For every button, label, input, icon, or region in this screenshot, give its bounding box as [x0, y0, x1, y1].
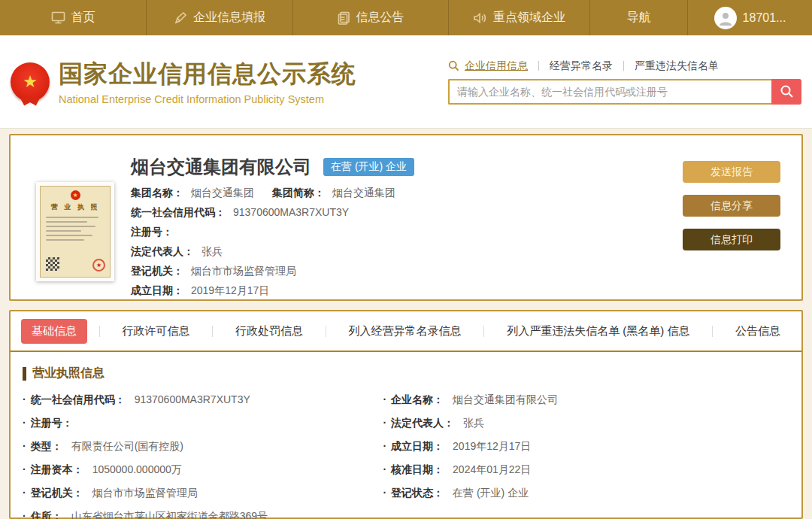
- nav-item-home[interactable]: 首页: [0, 0, 147, 35]
- tab-basic-info[interactable]: 基础信息: [21, 319, 87, 344]
- detail-field: 住所：山东省烟台市莱山区初家街道金都路369号: [23, 510, 383, 519]
- company-field-row: 法定代表人：张兵: [131, 245, 675, 259]
- divider: [326, 326, 326, 337]
- nav-user-account[interactable]: 18701...: [688, 0, 812, 35]
- company-field-row: 成立日期：2019年12月17日: [131, 284, 675, 298]
- document-icon: [338, 11, 350, 25]
- tab-administrative-license[interactable]: 行政许可信息: [112, 319, 201, 344]
- detail-right-column: 企业名称：烟台交通集团有限公司 法定代表人：张兵 成立日期：2019年12月17…: [383, 393, 789, 519]
- company-field-row: 注册号：: [131, 226, 675, 239]
- divider: [623, 61, 624, 71]
- speaker-icon: [473, 12, 487, 24]
- detail-field: 核准日期：2024年01月22日: [383, 463, 789, 477]
- search-link-illegal-list[interactable]: 严重违法失信名单: [635, 59, 719, 73]
- search-input[interactable]: [448, 79, 771, 105]
- user-avatar-icon: [714, 7, 737, 29]
- nav-item-label: 企业信息填报: [193, 10, 265, 26]
- search-link-credit-info[interactable]: 企业信用信息: [465, 59, 528, 73]
- tab-administrative-penalty[interactable]: 行政处罚信息: [225, 319, 314, 344]
- business-license-thumbnail[interactable]: ★ 营 业 执 照 ★: [36, 182, 116, 289]
- nav-item-navigation[interactable]: 导航: [590, 0, 688, 35]
- detail-field: 注册资本：1050000.000000万: [23, 463, 383, 477]
- divider: [538, 61, 539, 71]
- company-name: 烟台交通集团有限公司: [131, 155, 311, 179]
- action-buttons: 发送报告 信息分享 信息打印: [683, 161, 780, 289]
- nav-item-label: 信息公告: [356, 10, 404, 26]
- company-field-row: 登记机关：烟台市市场监督管理局: [131, 265, 675, 278]
- detail-field: 登记机关：烟台市市场监督管理局: [23, 487, 383, 500]
- monitor-icon: [51, 11, 65, 24]
- company-field-row: 集团名称：烟台交通集团 集团简称：烟台交通集团: [131, 187, 675, 200]
- send-report-button[interactable]: 发送报告: [683, 161, 780, 183]
- pen-icon: [174, 11, 187, 25]
- divider: [212, 326, 213, 337]
- search-button[interactable]: [771, 79, 801, 105]
- user-phone-label: 18701...: [743, 11, 786, 25]
- license-emblem-icon: ★: [71, 190, 80, 200]
- tab-serious-illegal-blacklist[interactable]: 列入严重违法失信名单 (黑名单) 信息: [496, 319, 700, 344]
- info-share-button[interactable]: 信息分享: [683, 195, 780, 217]
- divider: [483, 326, 484, 337]
- detail-field: 法定代表人：张兵: [383, 417, 789, 430]
- detail-field: 统一社会信用代码：91370600MA3R7XUT3Y: [23, 393, 383, 407]
- main-content: ★ 营 业 执 照 ★ 烟台交通集团有限公司 在营 (开业) 企业: [0, 134, 812, 519]
- company-field-row: 统一社会信用代码：91370600MA3R7XUT3Y: [131, 206, 675, 220]
- detail-field: 注册号：: [23, 417, 383, 430]
- license-qr-code: [46, 257, 59, 271]
- search-category-links: 企业信用信息 经营异常名录 严重违法失信名单: [448, 59, 801, 73]
- section-title: 营业执照信息: [32, 366, 105, 381]
- brand-logo-block: ★ 国家企业信用信息公示系统 National Enterprise Credi…: [11, 58, 356, 105]
- info-print-button[interactable]: 信息打印: [683, 229, 780, 250]
- nav-item-label: 重点领域企业: [493, 10, 565, 26]
- nav-item-label: 导航: [627, 10, 651, 26]
- detail-field: 类型：有限责任公司(国有控股): [23, 440, 383, 454]
- site-title-en: National Enterprise Credit Information P…: [59, 93, 356, 105]
- business-license-section: 营业执照信息 统一社会信用代码：91370600MA3R7XUT3Y 注册号： …: [11, 352, 801, 519]
- nav-item-label: 首页: [71, 10, 95, 26]
- company-summary-card: ★ 营 业 执 照 ★ 烟台交通集团有限公司 在营 (开业) 企业: [9, 134, 803, 301]
- national-emblem-icon: ★: [11, 62, 50, 102]
- site-header: ★ 国家企业信用信息公示系统 National Enterprise Credi…: [0, 35, 812, 129]
- search-magnifier-icon: [448, 60, 459, 71]
- company-info-block: 烟台交通集团有限公司 在营 (开业) 企业 集团名称：烟台交通集团 集团简称：烟…: [131, 146, 675, 289]
- detail-field: 企业名称：烟台交通集团有限公司: [383, 393, 789, 407]
- divider: [99, 326, 100, 337]
- top-nav: 首页 企业信息填报 信息公告 重点领域企业 导航 18701...: [0, 0, 812, 35]
- nav-item-info-notice[interactable]: 信息公告: [293, 0, 449, 35]
- nav-item-enterprise-filing[interactable]: 企业信息填报: [147, 0, 293, 35]
- detail-left-column: 统一社会信用代码：91370600MA3R7XUT3Y 注册号： 类型：有限责任…: [23, 393, 383, 519]
- search-link-abnormal-list[interactable]: 经营异常名录: [550, 59, 613, 73]
- detail-tabbar: 基础信息 行政许可信息 行政处罚信息 列入经营异常名录信息 列入严重违法失信名单…: [11, 311, 801, 352]
- section-title-bar: [23, 367, 26, 381]
- nav-item-key-field-enterprises[interactable]: 重点领域企业: [449, 0, 590, 35]
- license-title: 营 业 执 照: [46, 202, 105, 212]
- tab-announcement-info[interactable]: 公告信息: [725, 319, 791, 344]
- status-badge: 在营 (开业) 企业: [323, 158, 414, 176]
- search-box: [448, 79, 801, 105]
- search-area: 企业信用信息 经营异常名录 严重违法失信名单: [448, 59, 801, 105]
- tab-abnormal-operation-list[interactable]: 列入经营异常名录信息: [338, 319, 472, 344]
- detail-field: 登记状态：在营 (开业) 企业: [383, 487, 789, 500]
- license-red-seal-icon: ★: [92, 259, 105, 272]
- detail-field: 成立日期：2019年12月17日: [383, 440, 789, 454]
- divider: [712, 326, 713, 337]
- detail-card: 基础信息 行政许可信息 行政处罚信息 列入经营异常名录信息 列入严重违法失信名单…: [9, 310, 803, 519]
- site-title-cn: 国家企业信用信息公示系统: [59, 58, 356, 91]
